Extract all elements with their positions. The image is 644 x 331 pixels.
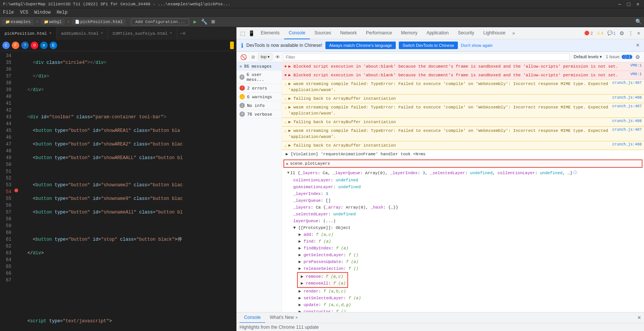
build-btn[interactable]: 🔧 [201, 19, 207, 25]
obj-fn-update[interactable]: ▶ update: f (a,c,d,g) [286, 302, 639, 308]
stop-btn[interactable]: ⏹ [210, 19, 216, 25]
obj-prop-selectedlayer: _selectedLayer: undefined [286, 211, 639, 218]
ie-icon[interactable]: e [40, 42, 48, 49]
bottom-tab-console[interactable]: Console [240, 312, 265, 323]
summary-user[interactable]: U 6 user mess... [236, 71, 282, 84]
menu-file[interactable]: File [3, 10, 14, 15]
tab-network[interactable]: Network [336, 27, 361, 39]
settings-btn[interactable]: ⚙ [618, 29, 626, 38]
switch-devtools-btn[interactable]: Switch DevTools to Chinese [399, 42, 458, 49]
obj-fn-add[interactable]: ▶ add: f (a,c) [286, 231, 639, 238]
code-line-36: </div> [22, 87, 233, 93]
tab-close-pick[interactable]: × [49, 31, 51, 36]
tab-close-s3m[interactable]: × [170, 31, 172, 36]
tab-pick-position[interactable]: pickPosition.html × [0, 27, 56, 40]
warning-source-4[interactable]: crunch.js:408 [612, 119, 642, 123]
obj-fn-render[interactable]: ▶ render: f (a,b,c) [286, 288, 639, 295]
devtools-close-btn[interactable]: × [636, 29, 642, 38]
console-output[interactable]: ● ▶ Blocked script execution in 'about:b… [282, 62, 644, 312]
run-btn[interactable]: ▶ [191, 19, 198, 25]
bottom-tab-whatsnew[interactable]: What's New × [265, 312, 302, 323]
opera-icon[interactable]: O [31, 42, 38, 49]
breadcrumb-file[interactable]: 📄 pickPosition.html [72, 19, 126, 25]
obj-fn-removeall[interactable]: ▶ removeAll: f (a) [299, 280, 346, 287]
devtools-close-panel[interactable]: × [638, 314, 641, 321]
obj-fn-prepassesupdate[interactable]: ▶ prePassesUpdate: f (a) [286, 258, 639, 265]
maximize-btn[interactable]: □ [625, 1, 632, 7]
dont-show-btn[interactable]: Don't show again [461, 43, 493, 48]
warning-source-6[interactable]: crunch.js:408 [612, 142, 642, 147]
add-config-btn[interactable]: Add Configuration... [131, 19, 189, 25]
tab-console[interactable]: Console [284, 27, 310, 39]
summary-errors[interactable]: ! 2 errors [236, 84, 282, 93]
obj-fn-remove[interactable]: ▶ remove: f (a,c) [299, 273, 346, 280]
clear-console-btn[interactable]: 🚫 [239, 53, 248, 61]
obj-fn-findbyindex[interactable]: ▶ findByIndex: f (a) [286, 245, 639, 252]
more-tabs-btn[interactable]: –≡ [177, 31, 188, 36]
more-devtools-tabs[interactable]: » [510, 31, 517, 36]
console-summary-sidebar: ≡ 86 messages U 6 user mess... ! 2 error… [236, 62, 282, 312]
obj-fn-constructor[interactable]: ▶ constructor: f () [286, 308, 639, 312]
breadcrumb-webgl[interactable]: 📁 webgl [41, 19, 65, 25]
breadcrumb-examples[interactable]: 📁 examples [2, 19, 34, 25]
chrome-icon[interactable]: C [2, 42, 10, 49]
tab-memory[interactable]: Memory [397, 27, 422, 39]
obj-fn-releaseselection[interactable]: ▶ releaseSelection: f () [286, 265, 639, 272]
obj-root[interactable]: ▼ ll {_layers: Ca, _layerQueue: Array(0)… [286, 169, 639, 177]
minimize-btn[interactable]: − [616, 1, 622, 7]
obj-prototype-section[interactable]: ▼ [[Prototype]]: Object [286, 224, 639, 231]
firefox-icon[interactable]: F [12, 42, 19, 49]
console-error-1: ● ▶ Blocked script execution in 'about:b… [282, 62, 644, 71]
close-btn[interactable]: × [635, 1, 641, 7]
vertical-dots-btn[interactable]: ⋮ [627, 29, 635, 38]
obj-fn-find[interactable]: ▶ find: f (a) [286, 238, 639, 245]
error-source-1[interactable]: VM6:1 [630, 63, 642, 68]
menu-help[interactable]: Help [57, 10, 68, 15]
code-content[interactable]: <div class="circle4"></div> </div> </div… [19, 51, 236, 331]
summary-info[interactable]: i No info [236, 101, 282, 110]
code-line-52 [22, 304, 233, 311]
tab-application[interactable]: Application [422, 27, 453, 39]
whatsnew-tab-close[interactable]: × [296, 315, 298, 320]
devtools-icon-mobile[interactable]: 📱 [247, 29, 256, 38]
code-editor[interactable]: 3435363738 3940414243 4445464748 4950515… [0, 51, 236, 331]
eye-btn[interactable]: 👁 [274, 54, 282, 60]
tab-close-add[interactable]: × [101, 31, 103, 36]
filter-console-btn[interactable]: ⊘ [250, 54, 257, 60]
unknown-icon[interactable]: ? [21, 42, 29, 49]
warning-source-5[interactable]: crunch.js:407 [612, 128, 642, 132]
info-badge-obj[interactable]: ⓘ [573, 170, 577, 176]
close-info-btn[interactable]: × [636, 42, 639, 49]
error-icon-2: ● [284, 73, 287, 78]
info-bar: ℹ DevTools is now available in Chinese! … [236, 39, 644, 52]
obj-fn-getselectedlayer[interactable]: ▶ getSelectedLayer: f () [286, 252, 639, 258]
obj-fn-setselectedlayer[interactable]: ▶ setSelectedLayer: f (a) [286, 295, 639, 302]
error-source-2[interactable]: VM6:1 [630, 72, 642, 76]
default-levels-btn[interactable]: Default levels ▾ [571, 54, 604, 59]
tab-sources[interactable]: Sources [310, 27, 336, 39]
filter-input[interactable] [283, 53, 570, 61]
warning-source-2[interactable]: crunch.js:408 [612, 96, 642, 100]
menu-vcs[interactable]: VCS [20, 10, 28, 15]
menu-window[interactable]: Window [34, 10, 50, 15]
expand-tri-scene[interactable]: ▶ [286, 162, 288, 166]
tab-s3m[interactable]: S3MTiles_suofeiya.html × [108, 27, 177, 40]
summary-all[interactable]: ≡ 86 messages [236, 62, 282, 71]
devtools-icon-inspect[interactable]: ⬚ [239, 29, 247, 38]
tab-performance[interactable]: Performance [361, 27, 397, 39]
edge-icon[interactable]: E [50, 42, 57, 49]
console-messages-area[interactable]: ≡ 86 messages U 6 user mess... ! 2 error… [236, 62, 644, 312]
summary-verbose[interactable]: V 78 verbose [236, 110, 282, 119]
scene-plot-entry[interactable]: ▶ scene.plotLayers [283, 159, 642, 168]
tab-elements[interactable]: Elements [256, 27, 284, 39]
tab-lighthouse[interactable]: Lighthouse [479, 27, 510, 39]
search-btn[interactable]: 🔍 [635, 19, 642, 25]
summary-warnings[interactable]: ⚠ 6 warnings [236, 93, 282, 101]
match-language-btn[interactable]: Always match Chrome's language [325, 42, 396, 49]
warning-source-3[interactable]: crunch.js:407 [612, 104, 642, 108]
console-settings-btn[interactable]: ⚙ [634, 53, 642, 61]
tab-security[interactable]: Security [453, 27, 479, 39]
tab-add-symbols[interactable]: addSymbols.html × [56, 27, 108, 40]
warning-source-1[interactable]: crunch.js:407 [612, 81, 642, 85]
code-line-34: <div class="circle4"></div> [22, 59, 233, 66]
